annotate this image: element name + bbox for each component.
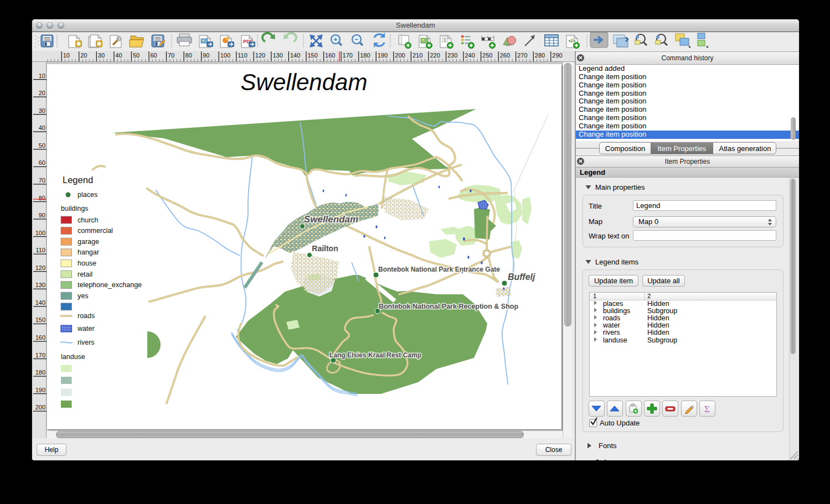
svg-text:yes: yes — [78, 292, 88, 300]
svg-text:50: 50 — [39, 142, 45, 149]
svg-text:20: 20 — [39, 90, 45, 96]
svg-text:120: 120 — [35, 264, 45, 271]
svg-text:70: 70 — [168, 52, 174, 59]
svg-text:80: 80 — [39, 195, 45, 201]
svg-text:160: 160 — [35, 334, 45, 341]
svg-text:190: 190 — [35, 387, 45, 393]
svg-text:200: 200 — [35, 404, 45, 411]
svg-text:90: 90 — [203, 52, 209, 59]
svg-text:70: 70 — [39, 177, 45, 184]
svg-text:landuse: landuse — [61, 353, 85, 361]
svg-text:220: 220 — [430, 52, 440, 59]
svg-text:places: places — [78, 191, 97, 199]
svg-text:110: 110 — [35, 247, 45, 253]
svg-text:60: 60 — [151, 52, 157, 59]
svg-text:140: 140 — [290, 52, 300, 59]
svg-text:telephone_exchange: telephone_exchange — [78, 281, 142, 289]
svg-text:Σ: Σ — [704, 404, 710, 414]
svg-text:150: 150 — [35, 316, 45, 323]
svg-text:Swellendam: Swellendam — [304, 214, 358, 225]
svg-text:250: 250 — [482, 52, 492, 59]
svg-text:house: house — [78, 259, 96, 267]
svg-text:290: 290 — [552, 52, 562, 59]
svg-text:water: water — [77, 325, 95, 332]
svg-text:60: 60 — [39, 159, 45, 166]
svg-text:Buffelj: Buffelj — [508, 272, 535, 282]
svg-text:hangar: hangar — [78, 248, 99, 256]
svg-text:260: 260 — [500, 52, 510, 59]
svg-text:130: 130 — [35, 282, 45, 288]
svg-text:160: 160 — [325, 52, 335, 59]
svg-text:+: + — [334, 36, 337, 43]
svg-text:180: 180 — [360, 52, 370, 59]
svg-text:230: 230 — [447, 52, 457, 59]
svg-text:Bontebok National Park Recepti: Bontebok National Park Reception & Shop — [379, 303, 518, 310]
svg-text:240: 240 — [465, 52, 475, 59]
svg-text:140: 140 — [35, 299, 45, 306]
svg-text:−: − — [355, 36, 358, 43]
svg-text:garage: garage — [78, 238, 99, 246]
svg-text:180: 180 — [35, 369, 45, 376]
svg-text:T: T — [444, 37, 447, 43]
svg-text:10: 10 — [63, 52, 70, 59]
svg-text:170: 170 — [343, 52, 353, 59]
svg-text:Railton: Railton — [312, 244, 338, 253]
svg-text:80: 80 — [185, 52, 192, 59]
svg-text:buildings: buildings — [61, 205, 88, 212]
svg-text:retail: retail — [78, 271, 92, 278]
svg-text:190: 190 — [378, 52, 388, 59]
svg-text:130: 130 — [272, 52, 282, 59]
svg-text:20: 20 — [80, 52, 87, 59]
svg-text:church: church — [78, 216, 99, 224]
svg-text:10: 10 — [39, 72, 45, 79]
svg-text:Swellendam: Swellendam — [241, 69, 368, 95]
svg-text:120: 120 — [255, 52, 265, 59]
svg-text:280: 280 — [535, 52, 545, 59]
svg-text:Bontebok National Park Entranc: Bontebok National Park Entrance Gate — [378, 266, 500, 273]
svg-text:40: 40 — [39, 124, 45, 131]
svg-text:90: 90 — [39, 212, 45, 219]
svg-text:110: 110 — [238, 52, 248, 59]
svg-text:30: 30 — [39, 107, 45, 114]
svg-text:170: 170 — [35, 352, 45, 358]
svg-text:40: 40 — [115, 52, 122, 59]
svg-text:150: 150 — [308, 52, 318, 59]
svg-text:50: 50 — [133, 52, 140, 59]
svg-text:Legend: Legend — [63, 175, 93, 185]
svg-text:30: 30 — [98, 52, 105, 59]
svg-text:commercial: commercial — [78, 227, 113, 235]
svg-text:270: 270 — [517, 52, 527, 59]
svg-text:210: 210 — [413, 52, 422, 59]
svg-text:200: 200 — [395, 52, 405, 59]
svg-text:rivers: rivers — [78, 339, 95, 346]
svg-text:100: 100 — [220, 52, 230, 59]
svg-text:100: 100 — [35, 230, 45, 236]
svg-text:roads: roads — [78, 312, 95, 320]
svg-text:Lang Elsies Kraal Rest Camp: Lang Elsies Kraal Rest Camp — [329, 351, 421, 359]
